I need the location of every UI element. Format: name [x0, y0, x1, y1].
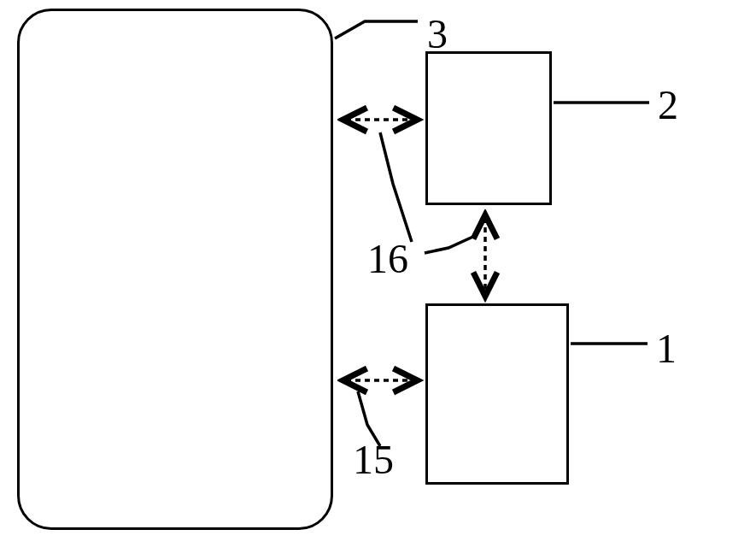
- label-16: 16: [367, 235, 408, 282]
- label-15: 15: [353, 436, 394, 483]
- block-diagram: 3 2 16 1 15: [0, 0, 756, 553]
- leader-16-a: [380, 132, 412, 242]
- block-1: [425, 303, 569, 485]
- block-3: [17, 9, 333, 530]
- leader-16-b: [425, 235, 477, 253]
- label-1: 1: [656, 325, 677, 372]
- block-2: [425, 51, 552, 205]
- label-3: 3: [427, 10, 448, 57]
- label-2: 2: [658, 81, 678, 128]
- leader-3: [335, 21, 418, 38]
